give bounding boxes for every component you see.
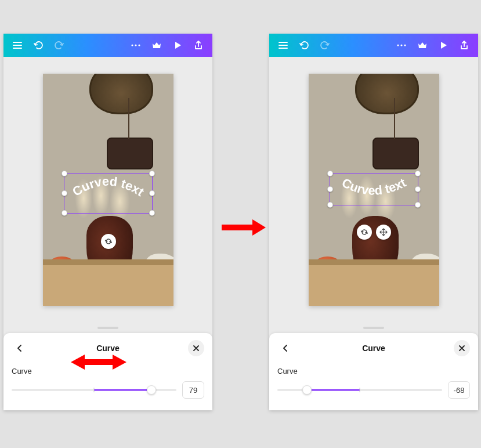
canvas-area[interactable]: Curved text (269, 57, 478, 323)
text-selection-box[interactable]: Curved text (330, 173, 418, 205)
svg-point-1 (135, 44, 136, 46)
ellipsis-icon (396, 39, 407, 51)
undo-icon (298, 39, 310, 51)
close-icon (458, 345, 465, 352)
menu-button[interactable] (274, 36, 292, 55)
more-button[interactable] (392, 36, 411, 55)
move-icon (379, 228, 388, 236)
curved-text-element[interactable]: Curved text (64, 174, 152, 214)
sheet-title: Curve (96, 344, 120, 353)
close-icon (193, 345, 200, 352)
slider-label: Curve (277, 367, 470, 375)
more-button[interactable] (126, 36, 145, 55)
premium-button[interactable] (147, 36, 166, 55)
undo-button[interactable] (29, 36, 48, 55)
rotate-button[interactable] (357, 225, 372, 240)
play-button[interactable] (434, 36, 453, 55)
menu-button[interactable] (8, 36, 27, 55)
redo-button[interactable] (50, 36, 68, 55)
curve-value[interactable]: -68 (448, 381, 470, 399)
resize-handle-mr[interactable] (415, 186, 421, 192)
text-content[interactable]: Curved text (70, 174, 147, 200)
curve-sheet: Curve Curve -68 (269, 333, 478, 410)
svg-point-5 (400, 44, 402, 46)
sheet-handle[interactable] (3, 323, 212, 333)
move-button[interactable] (376, 225, 391, 240)
redo-icon (319, 39, 331, 51)
curve-value[interactable]: 79 (182, 381, 204, 399)
share-button[interactable] (189, 36, 208, 55)
svg-point-0 (131, 44, 133, 46)
crown-icon (151, 39, 162, 51)
resize-handle-tr[interactable] (415, 171, 421, 176)
top-toolbar (3, 34, 212, 57)
resize-handle-bl[interactable] (62, 210, 67, 216)
svg-point-4 (397, 44, 399, 46)
slider-thumb[interactable] (147, 385, 156, 395)
curve-slider[interactable] (277, 384, 442, 396)
curved-text-element[interactable]: Curved text (330, 174, 418, 205)
resize-handle-br[interactable] (149, 210, 155, 216)
undo-button[interactable] (295, 36, 313, 55)
ellipsis-icon (130, 39, 142, 51)
play-icon (172, 40, 183, 50)
sheet-handle[interactable] (269, 323, 478, 333)
text-selection-box[interactable]: Curved text (64, 173, 153, 214)
design-canvas[interactable]: Curved text (43, 74, 173, 306)
resize-handle-tl[interactable] (327, 171, 333, 176)
play-button[interactable] (168, 36, 187, 55)
phone-right: Curved text Curve (269, 34, 478, 410)
resize-handle-tr[interactable] (149, 171, 155, 176)
chevron-left-icon (16, 344, 24, 352)
curve-slider[interactable] (12, 384, 176, 396)
phone-left: Curved text Curve Curve (3, 34, 212, 410)
resize-handle-tl[interactable] (62, 171, 67, 176)
svg-text:Curved text: Curved text (70, 174, 147, 200)
svg-point-2 (138, 44, 140, 46)
resize-handle-mr[interactable] (149, 190, 155, 196)
transition-arrow-icon (220, 217, 267, 238)
sheet-title: Curve (362, 344, 385, 353)
canvas-area[interactable]: Curved text (3, 57, 212, 323)
svg-text:Curved text: Curved text (339, 175, 408, 198)
undo-icon (32, 39, 44, 51)
resize-handle-br[interactable] (415, 202, 421, 208)
chevron-left-icon (281, 344, 290, 352)
hamburger-icon (278, 40, 288, 50)
curve-sheet: Curve Curve 79 (3, 333, 212, 410)
redo-button[interactable] (316, 36, 334, 55)
back-button[interactable] (277, 340, 294, 356)
crown-icon (417, 39, 428, 51)
share-icon (193, 40, 204, 50)
rotate-button[interactable] (101, 234, 116, 249)
top-toolbar (269, 34, 478, 57)
resize-handle-ml[interactable] (62, 190, 67, 196)
redo-icon (53, 39, 65, 51)
text-content[interactable]: Curved text (339, 175, 408, 198)
hamburger-icon (12, 40, 23, 50)
rotate-icon (360, 228, 368, 236)
close-button[interactable] (188, 340, 204, 356)
back-button[interactable] (12, 340, 28, 356)
rotate-icon (104, 237, 113, 245)
close-button[interactable] (454, 340, 470, 356)
svg-point-6 (404, 44, 406, 46)
slider-thumb[interactable] (302, 385, 312, 395)
share-button[interactable] (455, 36, 473, 55)
premium-button[interactable] (413, 36, 432, 55)
resize-handle-bl[interactable] (327, 202, 333, 208)
play-icon (438, 40, 449, 50)
resize-handle-ml[interactable] (327, 186, 333, 192)
slider-label: Curve (12, 367, 204, 375)
share-icon (459, 40, 469, 50)
design-canvas[interactable]: Curved text (309, 74, 439, 306)
